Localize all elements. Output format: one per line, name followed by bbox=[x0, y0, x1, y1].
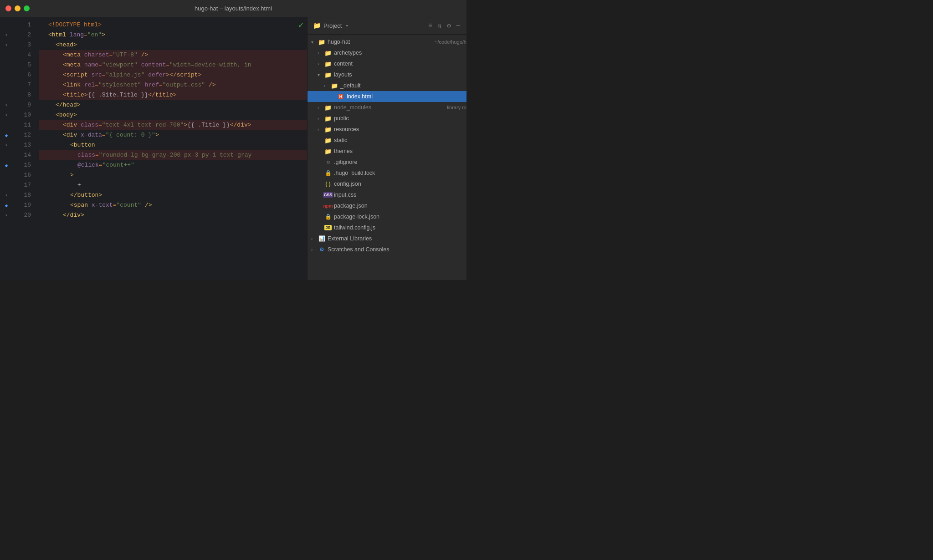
code-line-16: > bbox=[39, 170, 307, 180]
token-attr: rel bbox=[84, 80, 95, 90]
tree-item-label-index.html: index.html bbox=[347, 93, 466, 100]
token-tag: <body> bbox=[56, 110, 77, 120]
folder-icon: 📁 bbox=[324, 71, 332, 78]
line-number-2: 2 bbox=[13, 30, 31, 40]
token-tmpl: {{ .Site.Title }} bbox=[88, 90, 149, 100]
sidebar-chevron[interactable]: ▾ bbox=[345, 23, 349, 29]
window-title: hugo-hat – layouts/index.html bbox=[195, 5, 272, 12]
line-number-20: 20 bbox=[13, 210, 31, 220]
folder-icon: 📁 bbox=[324, 104, 332, 111]
minimize-button[interactable] bbox=[15, 5, 21, 11]
tree-item-.hugo_build.lock[interactable]: 🔒.hugo_build.lock bbox=[308, 168, 466, 178]
sidebar-header: 📁 Project ▾ ≡ ⇅ ⚙ — bbox=[308, 17, 466, 35]
token-punct: = bbox=[98, 120, 102, 130]
line-number-10: 10 bbox=[13, 110, 31, 120]
tree-item-icon-package-lock.json: 🔒 bbox=[324, 214, 332, 220]
token-str: "alpine.js" bbox=[106, 70, 145, 80]
fold-arrow[interactable]: ▾ bbox=[5, 42, 8, 48]
token-tag: </title> bbox=[148, 90, 176, 100]
gear-icon[interactable]: ⚙ bbox=[446, 21, 451, 31]
gutter-line-17 bbox=[0, 180, 13, 190]
tree-arrow: › bbox=[318, 116, 324, 121]
token-punct: = bbox=[166, 60, 169, 70]
fold-arrow[interactable]: ▾ bbox=[5, 193, 8, 198]
tree-item-icon-.gitignore: ⎋ bbox=[324, 159, 332, 165]
tree-arrow: › bbox=[318, 51, 324, 56]
tree-item-node_modules[interactable]: ›📁node_moduleslibrary ro bbox=[308, 102, 466, 113]
main-layout: ✓ ▾▾▾▾◆▾◆▾◆▾ 123456789101112131415161718… bbox=[0, 17, 466, 280]
token-attr: content bbox=[141, 60, 166, 70]
tree-item-resources[interactable]: ›📁resources bbox=[308, 124, 466, 135]
list-filter-icon[interactable]: ≡ bbox=[427, 21, 433, 31]
tree-item-label-content: content bbox=[334, 61, 466, 67]
token-tag: <html bbox=[48, 30, 66, 40]
tree-item-themes[interactable]: 📁themes bbox=[308, 146, 466, 157]
token-space bbox=[81, 80, 84, 90]
scratches-icon: ⚙ bbox=[319, 246, 324, 253]
fold-arrow[interactable]: ▾ bbox=[5, 102, 8, 108]
maximize-button[interactable] bbox=[24, 5, 30, 11]
gutter-line-14 bbox=[0, 150, 13, 160]
tree-item-config.json[interactable]: { }config.json bbox=[308, 178, 466, 189]
list-layout-icon[interactable]: ⇅ bbox=[437, 21, 442, 31]
code-line-14: class="rounded-lg bg-gray-200 px-3 py-1 … bbox=[39, 150, 307, 160]
line-number-13: 13 bbox=[13, 140, 31, 150]
fold-arrow[interactable]: ▾ bbox=[5, 112, 8, 118]
tree-item-hugo-hat[interactable]: ▾📁hugo-hat~/code/hugo/h bbox=[308, 36, 466, 47]
tree-item-index.html[interactable]: Hindex.html bbox=[308, 91, 466, 102]
tree-item-static[interactable]: 📁static bbox=[308, 135, 466, 146]
code-line-10: <body> bbox=[39, 110, 307, 120]
tree-item-badge-hugo-hat: ~/code/hugo/h bbox=[435, 39, 466, 45]
token-tag: <div bbox=[63, 130, 77, 140]
tree-item-input.css[interactable]: CSSinput.css bbox=[308, 189, 466, 200]
tree-arrow: › bbox=[311, 247, 318, 252]
gutter-line-15: ◆ bbox=[0, 160, 13, 170]
code-line-6: <script src="alpine.js" defer></script> bbox=[39, 70, 307, 80]
token-tag: script> bbox=[177, 70, 202, 80]
tree-item-icon-config.json: { } bbox=[324, 181, 332, 187]
token-tag: /> bbox=[141, 50, 149, 60]
folder-icon: 📁 bbox=[324, 50, 332, 56]
token-punct: = bbox=[159, 80, 163, 90]
tree-item-package.json[interactable]: npmpackage.json bbox=[308, 200, 466, 211]
token-tag: <title> bbox=[63, 90, 88, 100]
gutter-line-20: ▾ bbox=[0, 210, 13, 220]
folder-icon: 📁 bbox=[324, 115, 332, 122]
minimize-panel-icon[interactable]: — bbox=[456, 21, 461, 31]
fold-arrow[interactable]: ▾ bbox=[5, 32, 8, 38]
fold-arrow[interactable]: ▾ bbox=[5, 213, 8, 218]
tree-item-external-libraries[interactable]: ›📊External Libraries bbox=[308, 233, 466, 244]
tree-item-icon-.hugo_build.lock: 🔒 bbox=[324, 170, 332, 176]
tree-item-archetypes[interactable]: ›📁archetypes bbox=[308, 47, 466, 58]
folder-icon: 📁 bbox=[324, 126, 332, 133]
gutter-line-12: ◆ bbox=[0, 130, 13, 140]
tree-item-label-package.json: package.json bbox=[334, 203, 466, 209]
tree-item-package-lock.json[interactable]: 🔒package-lock.json bbox=[308, 211, 466, 222]
tree-item-label-config.json: config.json bbox=[334, 181, 466, 187]
close-button[interactable] bbox=[5, 5, 11, 11]
tree-item-icon-input.css: CSS bbox=[324, 192, 332, 198]
line-number-17: 17 bbox=[13, 180, 31, 190]
token-attr: lang bbox=[70, 30, 84, 40]
token-punct: > bbox=[98, 20, 102, 30]
token-space bbox=[81, 60, 84, 70]
code-area[interactable]: <!DOCTYPE html><html lang="en"><head><me… bbox=[36, 17, 307, 280]
token-attr: defer bbox=[148, 70, 166, 80]
line-number-8: 8 bbox=[13, 90, 31, 100]
line-number-11: 11 bbox=[13, 120, 31, 130]
tree-item-layouts[interactable]: ▾📁layouts bbox=[308, 69, 466, 80]
tree-item-tailwind.config.js[interactable]: JStailwind.config.js bbox=[308, 222, 466, 233]
line-number-6: 6 bbox=[13, 70, 31, 80]
gutter-line-2: ▾ bbox=[0, 30, 13, 40]
tree-arrow: › bbox=[318, 61, 324, 66]
tree-item-.gitignore[interactable]: ⎋.gitignore bbox=[308, 157, 466, 168]
tree-arrow: › bbox=[318, 105, 324, 110]
tree-item-scratches[interactable]: ›⚙Scratches and Consoles bbox=[308, 244, 466, 255]
tree-item-_default[interactable]: ›📁_default bbox=[308, 80, 466, 91]
tree-item-content[interactable]: ›📁content bbox=[308, 58, 466, 69]
fold-arrow[interactable]: ▾ bbox=[5, 143, 8, 148]
tree-item-public[interactable]: ›📁public bbox=[308, 113, 466, 124]
token-str: "output.css" bbox=[163, 80, 205, 90]
tree-item-label-external-libraries: External Libraries bbox=[328, 235, 466, 242]
tree-item-icon-scratches: ⚙ bbox=[318, 246, 326, 253]
